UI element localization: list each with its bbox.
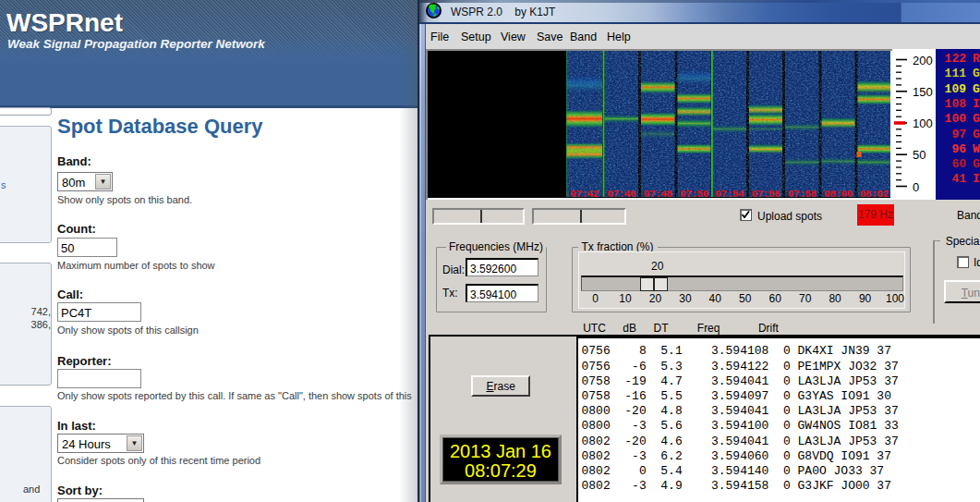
svg-text:07:56: 07:56 xyxy=(751,189,780,200)
svg-text:200: 200 xyxy=(913,54,933,67)
svg-text:07:46: 07:46 xyxy=(607,189,635,200)
svg-text:07:48: 07:48 xyxy=(644,189,673,200)
svg-text:100: 100 xyxy=(913,116,933,130)
svg-text:07:58: 07:58 xyxy=(788,189,817,200)
svg-text:150: 150 xyxy=(913,85,933,99)
svg-text:50: 50 xyxy=(913,148,926,162)
svg-text:08:02: 08:02 xyxy=(860,189,889,200)
svg-text:07:42: 07:42 xyxy=(570,189,599,200)
svg-text:07:54: 07:54 xyxy=(715,189,744,200)
svg-text:08:00: 08:00 xyxy=(824,189,853,200)
svg-text:0: 0 xyxy=(913,180,919,194)
svg-text:07:50: 07:50 xyxy=(680,189,708,200)
